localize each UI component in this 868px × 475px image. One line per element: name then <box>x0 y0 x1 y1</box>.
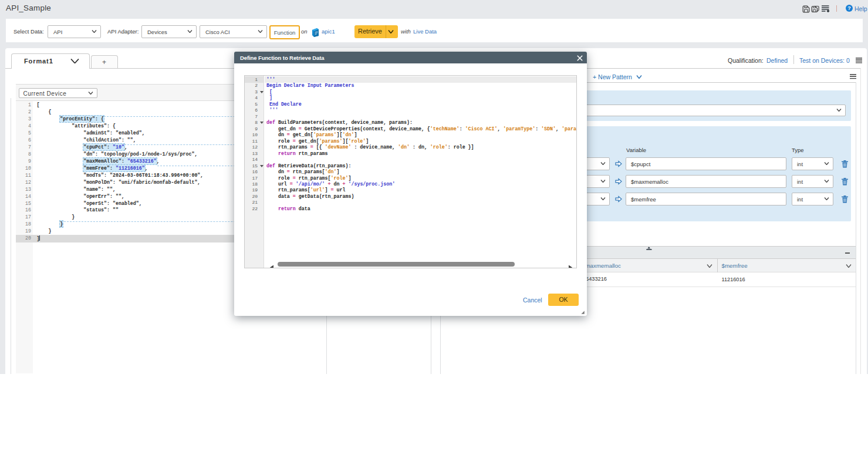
svg-text:?: ? <box>847 5 851 11</box>
